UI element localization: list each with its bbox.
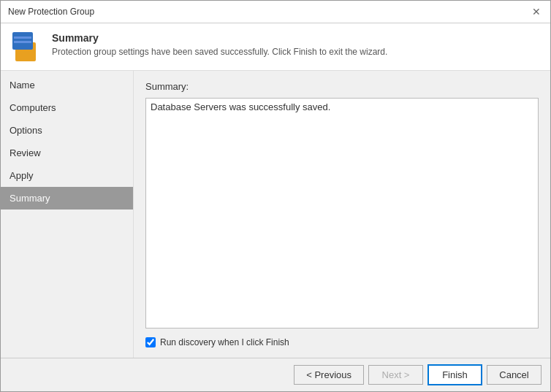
- dialog-title: New Protection Group: [8, 7, 94, 17]
- summary-box: Database Servers was successfully saved.: [145, 98, 539, 328]
- dialog-window: New Protection Group ✕ Summary Protectio…: [0, 0, 551, 392]
- sidebar-item-options[interactable]: Options: [1, 119, 133, 142]
- footer: < Previous Next > Finish Cancel: [1, 358, 550, 391]
- icon-stripe2: [14, 41, 31, 43]
- header-title: Summary: [52, 32, 387, 44]
- content-area: Summary: Database Servers was successful…: [134, 71, 550, 358]
- previous-button[interactable]: < Previous: [294, 365, 364, 385]
- sidebar-item-summary[interactable]: Summary: [1, 187, 133, 210]
- header-section: Summary Protection group settings have b…: [1, 23, 550, 71]
- run-discovery-label[interactable]: Run discovery when I click Finish: [160, 337, 289, 347]
- sidebar-item-computers[interactable]: Computers: [1, 96, 133, 119]
- summary-text: Database Servers was successfully saved.: [151, 101, 330, 112]
- icon-stripe1: [14, 36, 31, 39]
- run-discovery-checkbox[interactable]: [145, 337, 156, 347]
- sidebar-item-review[interactable]: Review: [1, 142, 133, 164]
- icon-front: [12, 32, 33, 50]
- header-text: Summary Protection group settings have b…: [52, 32, 387, 57]
- sidebar-item-name[interactable]: Name: [1, 74, 133, 96]
- checkbox-row: Run discovery when I click Finish: [145, 337, 539, 347]
- title-bar-left: New Protection Group: [8, 7, 94, 17]
- cancel-button[interactable]: Cancel: [487, 365, 542, 385]
- title-bar: New Protection Group ✕: [1, 1, 550, 23]
- next-button[interactable]: Next >: [368, 365, 423, 385]
- header-description: Protection group settings have been save…: [52, 47, 387, 57]
- summary-label: Summary:: [145, 81, 539, 92]
- sidebar-item-apply[interactable]: Apply: [1, 164, 133, 187]
- finish-button[interactable]: Finish: [428, 364, 482, 385]
- sidebar: Name Computers Options Review Apply Summ…: [1, 71, 134, 358]
- main-content: Name Computers Options Review Apply Summ…: [1, 71, 550, 358]
- header-icon: [12, 32, 42, 61]
- close-button[interactable]: ✕: [530, 5, 543, 18]
